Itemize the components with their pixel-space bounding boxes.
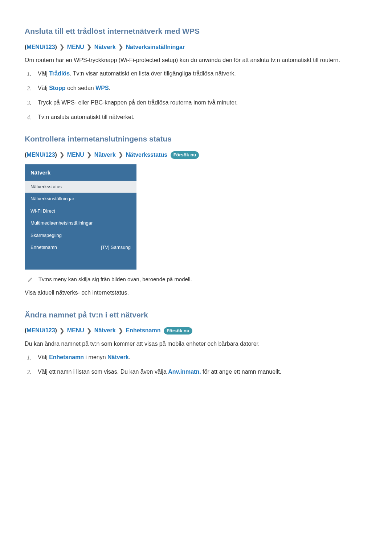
menu-item-skarmspegling[interactable]: Skärmspegling	[25, 229, 136, 242]
bc-menu123: MENU/123	[26, 327, 55, 333]
chevron-right-icon: ❯	[118, 151, 123, 159]
chevron-right-icon: ❯	[60, 43, 64, 52]
chevron-right-icon: ❯	[87, 327, 91, 335]
section-change-name: Ändra namnet på tv:n i ett nätverk (MENU…	[25, 309, 367, 376]
menu-item-value: [TV] Samsung	[101, 244, 131, 251]
bc-menu: MENU	[67, 327, 84, 333]
step-4: Tv:n ansluts automatiskt till nätverket.	[25, 113, 367, 122]
chevron-right-icon: ❯	[118, 43, 123, 52]
try-it-now-badge[interactable]: Försök nu	[164, 327, 192, 335]
tv-menu-screenshot: Nätverk Nätverksstatus Nätverksinställni…	[25, 164, 136, 270]
step-2: Välj ett namn i listan som visas. Du kan…	[25, 368, 367, 376]
intro-wps: Om routern har en WPS-tryckknapp (Wi-Fi-…	[25, 56, 367, 65]
menu-item-label: Nätverksinställningar	[30, 195, 74, 202]
pencil-icon	[28, 276, 33, 285]
section-connect-wps: Ansluta till ett trådlöst internetnätver…	[25, 25, 367, 122]
menu-item-enhetsnamn[interactable]: Enhetsnamn [TV] Samsung	[25, 241, 136, 254]
step-1: Välj Enhetsnamn i menyn Nätverk.	[25, 353, 367, 362]
chevron-right-icon: ❯	[118, 327, 123, 335]
link-stopp: Stopp	[49, 85, 65, 91]
step-1: Välj Trådlös. Tv:n visar automatiskt en …	[25, 69, 367, 78]
link-anvinmatn: Anv.inmatn.	[168, 369, 201, 375]
bc-menu: MENU	[67, 152, 84, 158]
steps-devicename: Välj Enhetsnamn i menyn Nätverk. Välj et…	[25, 353, 367, 376]
menu-item-label: Skärmspegling	[30, 232, 62, 239]
chevron-right-icon: ❯	[87, 151, 91, 159]
bc-natverksinstallningar: Nätverksinställningar	[126, 44, 185, 50]
menu-item-label: Enhetsnamn	[30, 244, 57, 251]
section-check-status: Kontrollera internetanslutningens status…	[25, 133, 367, 297]
heading-check-status: Kontrollera internetanslutningens status	[25, 133, 367, 145]
menu-item-wifidirect[interactable]: Wi-Fi Direct	[25, 205, 136, 217]
menu-item-multimedia[interactable]: Multimediaenhetsinställningar	[25, 217, 136, 229]
menu-item-natverksinstallningar[interactable]: Nätverksinställningar	[25, 193, 136, 205]
link-enhetsnamn: Enhetsnamn	[49, 354, 84, 360]
link-wps: WPS	[95, 85, 109, 91]
chevron-right-icon: ❯	[87, 43, 91, 52]
note-row: Tv:ns meny kan skilja sig från bilden ov…	[25, 275, 367, 285]
bc-natverk: Nätverk	[94, 44, 116, 50]
bc-menu123: MENU/123	[26, 44, 55, 50]
paren-close: )	[55, 44, 57, 50]
bc-natverk: Nätverk	[94, 327, 116, 333]
breadcrumb-devicename: (MENU/123) ❯ MENU ❯ Nätverk ❯ Enhetsnamn…	[25, 326, 367, 335]
breadcrumb-wps: (MENU/123) ❯ MENU ❯ Nätverk ❯ Nätverksin…	[25, 43, 367, 52]
bc-enhetsnamn: Enhetsnamn	[126, 327, 160, 333]
steps-wps: Välj Trådlös. Tv:n visar automatiskt en …	[25, 69, 367, 122]
step-3: Tryck på WPS- eller PBC-knappen på den t…	[25, 98, 367, 107]
heading-wps: Ansluta till ett trådlöst internetnätver…	[25, 25, 367, 37]
try-it-now-badge[interactable]: Försök nu	[171, 151, 199, 159]
note-text: Tv:ns meny kan skilja sig från bilden ov…	[38, 275, 192, 284]
bc-menu123: MENU/123	[26, 152, 55, 158]
menu-item-label: Wi-Fi Direct	[30, 208, 55, 215]
bc-menu: MENU	[67, 44, 84, 50]
menu-title: Nätverk	[25, 164, 136, 181]
menu-item-natverksstatus[interactable]: Nätverksstatus	[25, 181, 136, 193]
bc-natverk: Nätverk	[94, 152, 116, 158]
link-tradlos: Trådlös	[49, 70, 70, 77]
chevron-right-icon: ❯	[60, 327, 64, 335]
link-natverk: Nätverk	[107, 354, 129, 360]
intro-devicename: Du kan ändra namnet på tv:n som kommer a…	[25, 340, 367, 349]
body-status: Visa aktuell nätverks- och internetstatu…	[25, 288, 367, 297]
chevron-right-icon: ❯	[60, 151, 64, 159]
menu-item-label: Multimediaenhetsinställningar	[30, 219, 93, 227]
menu-item-label: Nätverksstatus	[30, 183, 62, 190]
breadcrumb-status: (MENU/123) ❯ MENU ❯ Nätverk ❯ Nätverksst…	[25, 151, 367, 160]
bc-natverksstatus: Nätverksstatus	[126, 152, 167, 158]
step-2: Välj Stopp och sedan WPS.	[25, 84, 367, 93]
heading-change-name: Ändra namnet på tv:n i ett nätverk	[25, 309, 367, 321]
